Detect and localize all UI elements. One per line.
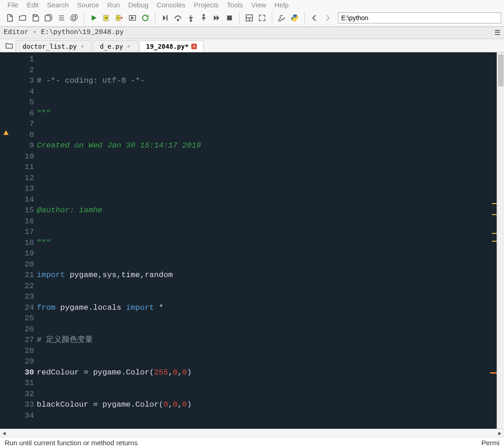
close-icon[interactable]: ✕ [126,44,132,49]
svg-marker-11 [132,17,134,19]
run-icon[interactable] [89,13,99,23]
rerun-icon[interactable] [140,13,150,23]
back-icon[interactable] [309,13,320,23]
scroll-left-icon[interactable]: ◄ [0,430,8,437]
editor-title: Editor - E:\python\19_2048.py [4,28,124,37]
line-number-gutter: 1234567891011121314151617181920212223242… [13,52,37,429]
run-selection-icon[interactable] [127,13,137,23]
python-icon[interactable] [290,13,300,23]
svg-marker-9 [121,17,123,19]
svg-point-14 [178,19,179,21]
close-icon[interactable]: ✕ [80,44,85,49]
menu-tools[interactable]: Tools [223,1,247,9]
continue-icon[interactable] [212,13,222,23]
menu-search[interactable]: Search [43,1,73,9]
editor-title-bar: Editor - E:\python\19_2048.py ☰ [0,27,504,39]
forward-icon[interactable] [322,13,332,23]
open-file-icon[interactable] [17,13,28,23]
save-all-icon[interactable] [43,13,53,23]
svg-marker-12 [163,15,166,21]
tab-label: 19_2048.py* [146,43,189,50]
list-icon[interactable] [56,13,66,23]
vertical-scrollbar[interactable] [497,52,504,429]
working-dir-input[interactable] [338,12,501,23]
margin-column: ! [0,52,13,429]
code-area[interactable]: # -*- coding: utf-8 -*- """ Created on W… [37,52,490,429]
step-over-icon[interactable] [173,13,183,23]
menu-help[interactable]: Help [271,1,292,9]
tab-label: doctor_list.py [23,43,77,50]
svg-point-16 [190,20,192,21]
svg-rect-13 [166,15,167,21]
menu-source[interactable]: Source [74,1,103,9]
svg-rect-21 [227,15,232,20]
file-browser-icon[interactable] [3,39,16,52]
tab-19-2048[interactable]: 19_2048.py* ✕ [139,40,204,52]
maximize-icon[interactable] [257,13,267,23]
tab-doctor-list[interactable]: doctor_list.py ✕ [16,40,92,52]
horizontal-scrollbar[interactable]: ◄ ► [0,429,504,437]
at-icon[interactable]: @ [69,13,79,23]
svg-marker-19 [214,15,217,21]
stop-icon[interactable] [224,13,235,23]
menubar: File Edit Search Source Run Debug Consol… [0,0,504,9]
status-message: Run until current function or method ret… [5,439,137,447]
new-file-icon[interactable] [5,13,15,23]
menu-projects[interactable]: Projects [190,1,222,9]
svg-text:!: ! [6,131,6,135]
warning-icon: ! [3,130,9,136]
statusbar: Run until current function or method ret… [0,437,504,448]
menu-file[interactable]: File [4,1,22,9]
toolbar: @ [0,9,504,27]
svg-marker-4 [92,15,97,21]
menu-consoles[interactable]: Consoles [153,1,189,9]
step-out-icon[interactable] [199,13,209,23]
layout-icon[interactable] [244,13,254,23]
tab-label: d_e.py [100,43,123,50]
tab-d-e[interactable]: d_e.py ✕ [93,40,138,52]
menu-debug[interactable]: Debug [125,1,152,9]
svg-point-18 [203,14,205,16]
run-cell-icon[interactable] [102,13,112,23]
menu-run[interactable]: Run [103,1,124,9]
close-icon[interactable]: ✕ [191,44,197,49]
menu-edit[interactable]: Edit [23,1,42,9]
svg-rect-0 [34,15,37,17]
wrench-icon[interactable] [277,13,287,23]
editor: ! 12345678910111213141516171819202122232… [0,52,504,429]
editor-options-icon[interactable]: ☰ [494,28,500,37]
step-into-icon[interactable] [186,13,196,23]
minimap[interactable] [490,52,497,429]
svg-marker-20 [217,15,219,21]
menu-view[interactable]: View [248,1,270,9]
debug-icon[interactable] [160,13,170,23]
run-cell-advance-icon[interactable] [115,13,125,23]
tabbar: doctor_list.py ✕ d_e.py ✕ 19_2048.py* ✕ [0,39,504,52]
scroll-right-icon[interactable]: ► [496,430,504,437]
status-right: Permi [481,439,499,447]
save-icon[interactable] [30,13,40,23]
